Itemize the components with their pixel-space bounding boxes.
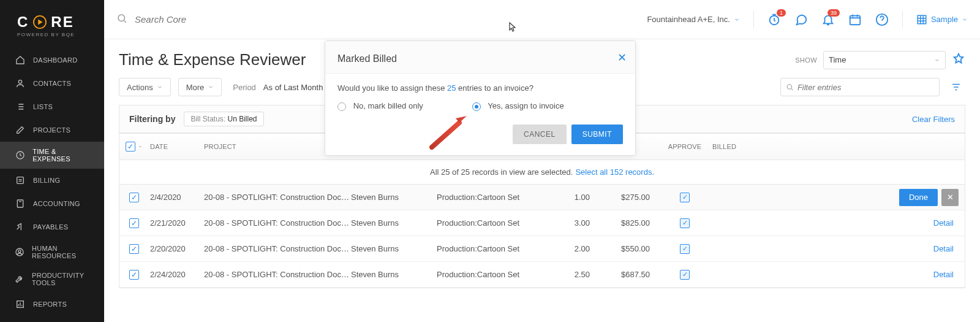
calendar-icon[interactable] xyxy=(848,13,862,26)
cell-activity: Production:Cartoon Set xyxy=(437,193,541,202)
table-row[interactable]: ✓ 2/20/2020 20-08 - SPOTLIGHT: Construct… xyxy=(119,236,965,262)
page-title: Time & Expense Reviewer xyxy=(119,50,306,69)
sample-menu[interactable]: Sample xyxy=(916,14,968,25)
chevron-down-icon xyxy=(208,84,214,90)
detail-link[interactable]: Detail xyxy=(933,270,954,279)
table: ✓ DATE PROJECT APPROVE BILLED All 25 of … xyxy=(119,133,965,288)
cell-date: 2/20/2020 xyxy=(149,244,204,253)
sidebar-item-label: CONTACTS xyxy=(33,80,71,87)
chevron-down-icon xyxy=(962,17,968,23)
filter-input[interactable] xyxy=(797,83,934,92)
approve-checkbox[interactable]: ✓ xyxy=(680,193,690,202)
done-button[interactable]: Done xyxy=(899,189,938,206)
table-row[interactable]: ✓ 2/24/2020 20-08 - SPOTLIGHT: Construct… xyxy=(119,262,965,288)
sidebar-item-label: ACCOUNTING xyxy=(33,200,80,207)
sidebar-item-hr[interactable]: HUMAN RESOURCES xyxy=(0,239,104,266)
sidebar-item-billing[interactable]: BILLING xyxy=(0,169,104,192)
opt-yes[interactable]: Yes, assign to invoice xyxy=(472,101,564,111)
opt-no[interactable]: No, mark billed only xyxy=(337,101,423,111)
filter-chip[interactable]: Bill Status: Un Billed xyxy=(184,112,263,126)
search-input[interactable] xyxy=(135,14,331,25)
actions-button[interactable]: Actions xyxy=(119,78,171,96)
sidebar-item-label: PRODUCTIVITY TOOLS xyxy=(32,272,93,286)
row-checkbox[interactable]: ✓ xyxy=(129,270,139,280)
sidebar-item-accounting[interactable]: ACCOUNTING xyxy=(0,192,104,215)
modal-close-icon[interactable]: ✕ xyxy=(617,51,627,64)
approve-checkbox[interactable]: ✓ xyxy=(680,218,690,228)
svg-rect-10 xyxy=(850,15,861,25)
select-all-link[interactable]: Select all 152 records. xyxy=(575,167,654,177)
svg-point-6 xyxy=(18,250,21,253)
cancel-button[interactable]: CANCEL xyxy=(513,125,567,144)
company-selector[interactable]: Fountainhead A+E, Inc. xyxy=(647,15,740,24)
bell-badge: 39 xyxy=(827,9,840,17)
sidebar-item-payables[interactable]: PAYABLES xyxy=(0,215,104,239)
cell-amount: $687.50 xyxy=(590,270,657,279)
chat-icon[interactable] xyxy=(794,13,808,26)
sidebar-item-label: DASHBOARD xyxy=(33,56,77,64)
billing-icon xyxy=(15,175,26,186)
col-date[interactable]: DATE xyxy=(149,143,204,150)
sidebar-item-label: TIME & EXPENSES xyxy=(32,148,93,163)
row-checkbox[interactable]: ✓ xyxy=(129,193,139,202)
sidebar-item-lists[interactable]: LISTS xyxy=(0,95,104,118)
favorite-icon[interactable] xyxy=(952,52,965,67)
svg-point-1 xyxy=(18,80,21,83)
period-label: Period xyxy=(233,83,256,92)
approve-checkbox[interactable]: ✓ xyxy=(680,270,690,280)
show-label: SHOW xyxy=(795,56,817,64)
divider xyxy=(753,11,754,28)
cell-resource: Steven Burns xyxy=(351,270,437,279)
cell-activity: Production:Cartoon Set xyxy=(437,244,541,253)
detail-link[interactable]: Detail xyxy=(933,218,954,228)
table-row[interactable]: ✓ 2/4/2020 20-08 - SPOTLIGHT: Constructi… xyxy=(119,185,965,210)
logo-mark-icon xyxy=(32,15,47,29)
sidebar-item-label: PAYABLES xyxy=(33,223,68,231)
filter-toggle-icon[interactable] xyxy=(947,78,965,96)
row-checkbox[interactable]: ✓ xyxy=(129,244,139,254)
cell-hours: 2.00 xyxy=(541,244,590,253)
svg-rect-3 xyxy=(17,177,24,184)
close-row-button[interactable]: ✕ xyxy=(941,189,959,206)
help-icon[interactable] xyxy=(875,13,889,26)
approve-checkbox[interactable]: ✓ xyxy=(680,244,690,254)
list-icon xyxy=(15,101,26,112)
radio-icon xyxy=(337,102,346,111)
detail-link[interactable]: Detail xyxy=(933,244,954,253)
submit-button[interactable]: SUBMIT xyxy=(571,125,623,144)
cell-activity: Production:Cartoon Set xyxy=(437,270,541,279)
sidebar-item-dashboard[interactable]: DASHBOARD xyxy=(0,48,104,72)
logo-subtitle: POWERED BY BQE xyxy=(17,32,104,37)
show-select[interactable]: Time xyxy=(823,51,946,69)
edit-icon xyxy=(15,125,26,136)
filter-entries[interactable] xyxy=(780,78,940,96)
row-checkbox[interactable]: ✓ xyxy=(129,218,139,228)
user-icon xyxy=(15,78,26,89)
sidebar-item-contacts[interactable]: CONTACTS xyxy=(0,72,104,95)
show-value: Time xyxy=(829,55,846,64)
sidebar-item-productivity[interactable]: PRODUCTIVITY TOOLS xyxy=(0,266,104,293)
sidebar: C RE POWERED BY BQE DASHBOARD CONTACTS L… xyxy=(0,0,104,322)
sidebar-item-time-expenses[interactable]: TIME & EXPENSES xyxy=(0,142,104,169)
home-icon xyxy=(15,55,26,66)
bell-icon[interactable]: 39 xyxy=(821,13,835,26)
company-name: Fountainhead A+E, Inc. xyxy=(647,15,730,24)
sample-label: Sample xyxy=(931,15,958,24)
svg-point-8 xyxy=(118,15,125,21)
sidebar-item-projects[interactable]: PROJECTS xyxy=(0,118,104,142)
table-row[interactable]: ✓ 2/21/2020 20-08 - SPOTLIGHT: Construct… xyxy=(119,210,965,236)
timer-icon[interactable]: 1 xyxy=(767,13,781,26)
cell-project: 20-08 - SPOTLIGHT: Construction Docu… xyxy=(204,270,351,279)
payables-icon xyxy=(15,221,26,232)
clear-filters-link[interactable]: Clear Filters xyxy=(912,115,955,124)
filtering-label: Filtering by xyxy=(129,114,175,124)
select-all-checkbox[interactable]: ✓ xyxy=(126,142,143,151)
period-value[interactable]: As of Last Month xyxy=(263,83,323,92)
sidebar-item-reports[interactable]: REPORTS xyxy=(0,293,104,316)
modal-title: Marked Billed ✕ xyxy=(325,41,635,74)
col-billed[interactable]: BILLED xyxy=(712,143,767,150)
col-approve[interactable]: APPROVE xyxy=(657,143,712,150)
more-button[interactable]: More xyxy=(178,78,222,96)
radio-icon xyxy=(472,102,481,111)
cell-hours: 1.00 xyxy=(541,193,590,202)
